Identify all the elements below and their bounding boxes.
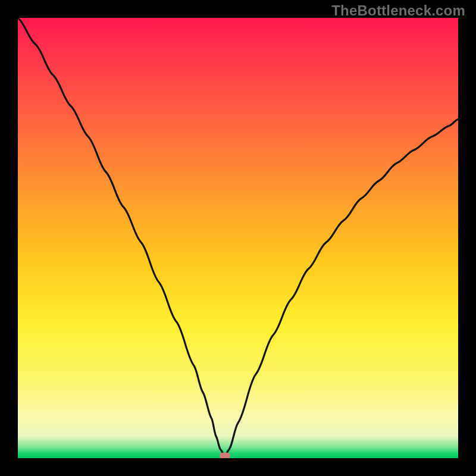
bottleneck-curve	[18, 18, 458, 458]
watermark-text: TheBottleneck.com	[331, 2, 465, 19]
curve-path	[18, 18, 458, 456]
minimum-marker	[220, 453, 230, 458]
outer-frame: TheBottleneck.com	[0, 0, 476, 476]
plot-area	[18, 18, 458, 458]
